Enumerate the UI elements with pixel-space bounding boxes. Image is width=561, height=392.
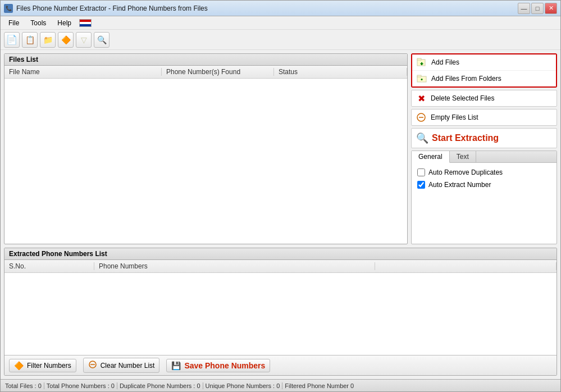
empty-files-button[interactable]: Empty Files List	[411, 109, 557, 126]
maximize-button[interactable]: □	[531, 3, 544, 14]
col-phones-header: Phone Numbers	[94, 262, 375, 270]
filter-numbers-icon: 🔶	[14, 361, 24, 370]
auto-extract-number-checkbox[interactable]	[417, 181, 425, 189]
tab-text[interactable]: Text	[450, 151, 476, 162]
filter-toolbar-button[interactable]: ▽	[76, 32, 92, 48]
col-status-header: Status	[274, 68, 407, 76]
col-filename-header: File Name	[4, 68, 162, 76]
auto-remove-duplicates-label: Auto Remove Duplicates	[428, 168, 503, 176]
copy-icon: 📋	[25, 35, 35, 44]
add-files-from-folders-label: Add Files From Folders	[431, 75, 501, 83]
duplicate-status: Duplicate Phone Numbers : 0	[120, 382, 203, 389]
col-sno-header: S.No.	[4, 262, 94, 270]
start-extracting-label: Start Extracting	[432, 133, 499, 143]
filter2-toolbar-button[interactable]: 🔶	[58, 32, 74, 48]
files-panel: Files List File Name Phone Number(s) Fou…	[4, 53, 408, 244]
empty-files-label: Empty Files List	[431, 113, 478, 121]
delete-selected-button[interactable]: ✖ Delete Selected Files	[411, 90, 557, 107]
close-button[interactable]: ✕	[545, 3, 557, 14]
save-icon: 💾	[171, 361, 181, 370]
extracted-table-body[interactable]	[4, 273, 557, 355]
files-panel-header: Files List	[4, 54, 407, 66]
duplicate-label: Duplicate Phone Numbers :	[120, 382, 195, 389]
add-files-icon	[417, 57, 427, 67]
title-bar: 📞 Files Phone Number Extractor - Find Ph…	[1, 1, 560, 16]
auto-extract-number-label: Auto Extract Number	[428, 181, 491, 189]
auto-extract-number-row: Auto Extract Number	[417, 181, 551, 189]
unique-status: Unique Phone Numbers : 0	[206, 382, 283, 389]
search-toolbar-button[interactable]: 🔍	[94, 32, 110, 48]
menu-file[interactable]: File	[3, 18, 25, 28]
col-phone-header: Phone Number(s) Found	[162, 68, 274, 76]
main-window: 📞 Files Phone Number Extractor - Find Ph…	[0, 0, 561, 392]
clear-number-list-label: Clear Number List	[101, 362, 155, 370]
add-files-group: Add Files Add Files From Folders	[411, 53, 557, 88]
col-extra-header	[375, 262, 557, 270]
svg-rect-1	[417, 58, 421, 60]
window-controls: — □ ✕	[518, 3, 557, 14]
delete-selected-label: Delete Selected Files	[431, 94, 494, 102]
magnify-icon: 🔍	[416, 132, 428, 144]
toolbar: 📄 📋 📁 🔶 ▽ 🔍	[1, 30, 560, 50]
window-title: Files Phone Number Extractor - Find Phon…	[16, 4, 518, 12]
total-files-value: 0	[38, 382, 42, 389]
auto-remove-duplicates-row: Auto Remove Duplicates	[417, 168, 551, 176]
options-tab-panel: General Text Auto Remove Duplicates Auto…	[411, 151, 557, 244]
unique-value: 0	[276, 382, 280, 389]
tab-general[interactable]: General	[412, 151, 450, 163]
main-content: Files List File Name Phone Number(s) Fou…	[1, 50, 560, 379]
svg-rect-5	[417, 75, 421, 77]
total-files-label: Total Files :	[5, 382, 37, 389]
files-table-header: File Name Phone Number(s) Found Status	[4, 66, 407, 79]
unique-label: Unique Phone Numbers :	[206, 382, 275, 389]
filter-numbers-button[interactable]: 🔶 Filter Numbers	[9, 359, 76, 372]
search-icon: 🔍	[97, 35, 107, 44]
start-extracting-button[interactable]: 🔍 Start Extracting	[411, 128, 557, 148]
add-file-toolbar-button[interactable]: 📄	[4, 32, 20, 48]
copy-toolbar-button[interactable]: 📋	[22, 32, 38, 48]
total-phone-status: Total Phone Numbers : 0	[47, 382, 117, 389]
total-phone-label: Total Phone Numbers :	[47, 382, 110, 389]
files-panel-title: Files List	[9, 56, 38, 63]
empty-icon	[416, 112, 426, 122]
filter-icon: ▽	[81, 35, 87, 44]
total-files-status: Total Files : 0	[5, 382, 44, 389]
filter2-icon: 🔶	[61, 35, 71, 44]
total-phone-value: 0	[111, 382, 115, 389]
tab-content-general: Auto Remove Duplicates Auto Extract Numb…	[412, 163, 557, 199]
add-files-from-folders-button[interactable]: Add Files From Folders	[412, 71, 556, 86]
app-icon: 📞	[4, 4, 13, 13]
filtered-status: Filtered Phone Number 0	[285, 382, 356, 389]
add-files-label: Add Files	[431, 58, 459, 66]
language-flag-icon[interactable]	[79, 19, 92, 27]
extracted-table-header: S.No. Phone Numbers	[4, 260, 557, 273]
files-table: File Name Phone Number(s) Found Status	[4, 66, 407, 244]
filtered-value: 0	[350, 382, 354, 389]
auto-remove-duplicates-checkbox[interactable]	[417, 168, 425, 176]
tab-header: General Text	[412, 151, 557, 163]
clear-icon	[88, 360, 97, 371]
delete-icon: ✖	[416, 93, 426, 103]
top-section: Files List File Name Phone Number(s) Fou…	[4, 53, 557, 244]
files-table-body[interactable]	[4, 79, 407, 241]
extracted-panel: Extracted Phone Numbers List S.No. Phone…	[4, 248, 557, 376]
folder-icon: 📁	[43, 35, 53, 44]
clear-number-list-button[interactable]: Clear Number List	[83, 358, 160, 373]
extracted-panel-title: Extracted Phone Numbers List	[9, 250, 107, 258]
bottom-toolbar: 🔶 Filter Numbers Clear Number List 💾 Sav…	[4, 355, 557, 375]
folder-toolbar-button[interactable]: 📁	[40, 32, 56, 48]
menu-help[interactable]: Help	[52, 18, 77, 28]
save-phone-numbers-button[interactable]: 💾 Save Phone Numbers	[166, 359, 270, 372]
save-phone-numbers-label: Save Phone Numbers	[184, 361, 265, 370]
extracted-header: Extracted Phone Numbers List	[4, 248, 557, 260]
menu-tools[interactable]: Tools	[25, 18, 52, 28]
minimize-button[interactable]: —	[518, 3, 530, 14]
add-files-button[interactable]: Add Files	[412, 54, 556, 71]
status-bar: Total Files : 0 Total Phone Numbers : 0 …	[1, 379, 560, 391]
add-files-from-folders-icon	[417, 74, 427, 84]
duplicate-value: 0	[197, 382, 200, 389]
filtered-label: Filtered Phone Number	[285, 382, 349, 389]
add-file-icon: 📄	[6, 34, 17, 45]
filter-numbers-label: Filter Numbers	[27, 362, 71, 370]
menu-bar: File Tools Help	[1, 16, 560, 30]
